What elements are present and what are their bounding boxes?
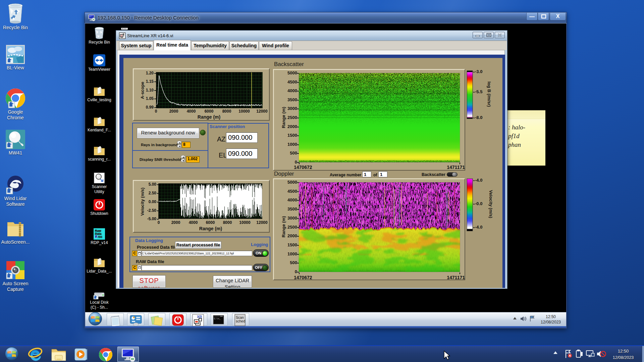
svg-text:C:\>_: C:\>_ xyxy=(214,318,221,320)
svg-text:roc: roc xyxy=(98,235,102,238)
svg-text:sched: sched xyxy=(236,319,245,323)
